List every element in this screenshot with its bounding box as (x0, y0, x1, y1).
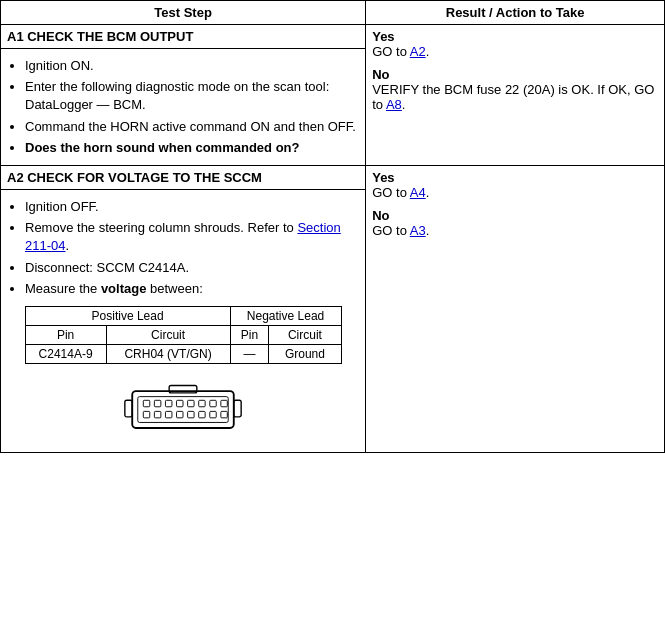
svg-rect-10 (221, 400, 227, 406)
table-row: A1 CHECK THE BCM OUTPUT Ignition ON. Ent… (1, 25, 665, 166)
svg-rect-8 (199, 400, 205, 406)
svg-rect-6 (177, 400, 183, 406)
list-item: Does the horn sound when commanded on? (25, 139, 359, 157)
link-a8[interactable]: A8 (386, 97, 402, 112)
svg-rect-14 (177, 411, 183, 417)
a1-left-cell: A1 CHECK THE BCM OUTPUT Ignition ON. Ent… (1, 25, 366, 166)
svg-rect-7 (188, 400, 194, 406)
svg-rect-3 (143, 400, 149, 406)
col-header-result: Result / Action to Take (366, 1, 665, 25)
svg-rect-17 (210, 411, 216, 417)
svg-rect-5 (166, 400, 172, 406)
svg-rect-18 (221, 411, 227, 417)
link-a4[interactable]: A4 (410, 185, 426, 200)
inner-sub-pin1: Pin (25, 325, 106, 344)
a2-section-header: A2 CHECK FOR VOLTAGE TO THE SCCM (1, 166, 365, 190)
connector-diagram (7, 380, 359, 440)
svg-rect-9 (210, 400, 216, 406)
svg-rect-12 (154, 411, 160, 417)
inner-col-header-pos: Positive Lead (25, 306, 230, 325)
a1-section-header: A1 CHECK THE BCM OUTPUT (1, 25, 365, 49)
a1-result-no: No VERIFY the BCM fuse 22 (20A) is OK. I… (372, 67, 658, 112)
inner-row-pin2: — (230, 344, 269, 363)
list-item: Remove the steering column shrouds. Refe… (25, 219, 359, 255)
list-item: Ignition OFF. (25, 198, 359, 216)
list-item: Enter the following diagnostic mode on t… (25, 78, 359, 114)
svg-rect-13 (166, 411, 172, 417)
link-section211[interactable]: Section 211-04 (25, 220, 341, 253)
link-a3[interactable]: A3 (410, 223, 426, 238)
a2-result-yes: Yes GO to A4. (372, 170, 658, 200)
inner-row-circuit1: CRH04 (VT/GN) (106, 344, 230, 363)
inner-row-pin1: C2414A-9 (25, 344, 106, 363)
inner-sub-pin2: Pin (230, 325, 269, 344)
svg-rect-16 (199, 411, 205, 417)
inner-sub-circuit2: Circuit (269, 325, 341, 344)
a2-result-no: No GO to A3. (372, 208, 658, 238)
list-item: Measure the voltage between: (25, 280, 359, 298)
table-row: A2 CHECK FOR VOLTAGE TO THE SCCM Ignitio… (1, 165, 665, 452)
list-item: Ignition ON. (25, 57, 359, 75)
list-item: Disconnect: SCCM C2414A. (25, 259, 359, 277)
inner-col-header-neg: Negative Lead (230, 306, 341, 325)
list-item: Command the HORN active command ON and t… (25, 118, 359, 136)
svg-rect-4 (154, 400, 160, 406)
link-a2[interactable]: A2 (410, 44, 426, 59)
a2-left-cell: A2 CHECK FOR VOLTAGE TO THE SCCM Ignitio… (1, 165, 366, 452)
svg-rect-15 (188, 411, 194, 417)
svg-rect-20 (234, 400, 241, 417)
connector-svg (123, 380, 243, 440)
a2-steps: Ignition OFF. Remove the steering column… (1, 190, 365, 452)
a1-result-yes: Yes GO to A2. (372, 29, 658, 59)
inner-row-circuit2: Ground (269, 344, 341, 363)
col-header-test-step: Test Step (1, 1, 366, 25)
svg-rect-11 (143, 411, 149, 417)
a1-steps: Ignition ON. Enter the following diagnos… (1, 49, 365, 165)
voltage-table: Positive Lead Negative Lead Pin Circuit … (25, 306, 342, 364)
a2-right-cell: Yes GO to A4. No GO to A3. (366, 165, 665, 452)
a1-right-cell: Yes GO to A2. No VERIFY the BCM fuse 22 … (366, 25, 665, 166)
inner-sub-circuit1: Circuit (106, 325, 230, 344)
main-table: Test Step Result / Action to Take A1 CHE… (0, 0, 665, 453)
svg-rect-19 (125, 400, 132, 417)
